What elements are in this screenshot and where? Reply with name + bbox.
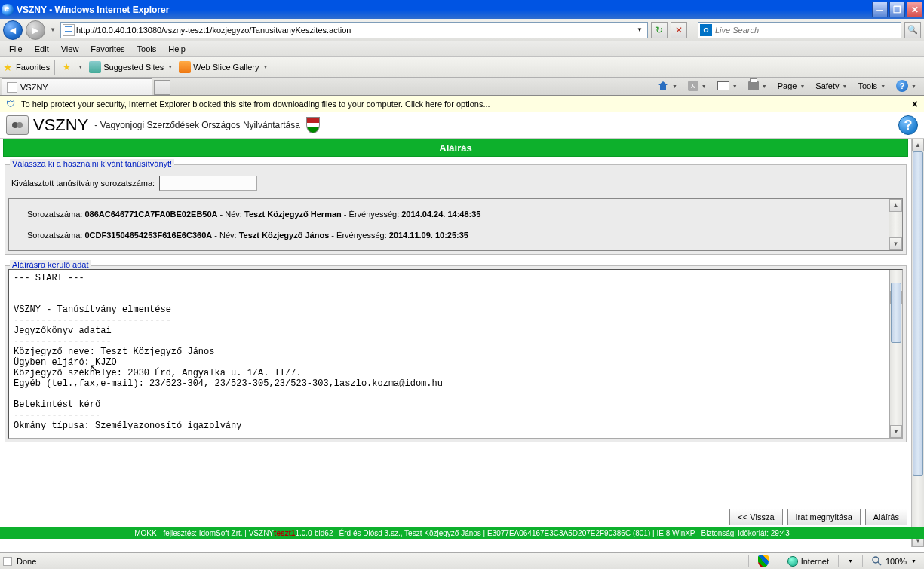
address-bar[interactable]: ▼	[60, 22, 648, 38]
outlook-icon: O	[700, 24, 712, 36]
cert-row-0[interactable]: Sorozatszáma: 086AC646771CA7FA0BE02EB50A…	[15, 203, 896, 225]
suggested-sites[interactable]: Suggested Sites▼	[86, 60, 176, 75]
status-bar: Done Internet ▼ 100% ▼	[0, 552, 924, 569]
minimize-button[interactable]: ─	[872, 2, 888, 17]
svg-line-3	[878, 562, 881, 565]
help-icon: ?	[896, 80, 908, 92]
print-icon	[748, 81, 759, 90]
mail-icon	[717, 81, 729, 90]
svg-point-1	[17, 122, 23, 128]
add-favorite[interactable]: ★▼	[60, 60, 86, 74]
nav-toolbar: ◄ ► ▼ ▼ ↻ ✕ O 🔍	[0, 19, 924, 41]
star-icon: ★	[3, 61, 13, 73]
menu-favorites[interactable]: Favorites	[84, 43, 130, 55]
stop-button[interactable]: ✕	[671, 22, 687, 38]
close-button[interactable]: ✕	[907, 2, 922, 17]
status-zone[interactable]: Internet	[783, 555, 833, 568]
search-button[interactable]: 🔍	[904, 22, 921, 38]
rss-icon: እ	[688, 81, 698, 91]
scroll-thumb[interactable]	[891, 283, 901, 343]
coat-of-arms-icon	[306, 117, 320, 133]
page-menu[interactable]: Page▼	[775, 80, 809, 92]
menu-tools[interactable]: Tools	[131, 43, 163, 55]
app-help-button[interactable]: ?	[898, 115, 918, 135]
status-zoom[interactable]: 100% ▼	[867, 555, 921, 568]
app-subtitle: - Vagyonjogi Szerződések Országos Nyilvá…	[94, 120, 300, 130]
svg-point-2	[873, 557, 879, 563]
rss-button[interactable]: እ▼	[685, 79, 710, 93]
home-button[interactable]: ▼	[654, 78, 680, 93]
menu-file[interactable]: File	[3, 43, 29, 55]
back-button[interactable]: ◄	[3, 20, 23, 40]
url-dropdown[interactable]: ▼	[634, 26, 646, 33]
serial-input[interactable]	[159, 176, 257, 191]
shield-icon: 🛡	[6, 99, 17, 109]
info-bar[interactable]: 🛡 To help protect your security, Interne…	[0, 96, 924, 112]
status-security[interactable]	[754, 555, 773, 568]
menu-help[interactable]: Help	[162, 43, 192, 55]
web-slice-gallery[interactable]: Web Slice Gallery▼	[176, 60, 271, 75]
info-close[interactable]: ×	[912, 98, 918, 110]
signdata-legend: Aláírásra kerülő adat	[10, 260, 91, 269]
favorites-label[interactable]: Favorites	[16, 63, 50, 72]
globe-icon	[787, 556, 798, 567]
page-icon	[63, 24, 75, 36]
serial-label: Kiválasztott tanúsítvány sorozatszáma:	[11, 179, 155, 188]
app-footer: MOKK - fejlesztés: IdomSoft Zrt. | VSZNY…	[0, 527, 924, 539]
help-button[interactable]: ?▼	[893, 78, 919, 93]
safety-menu[interactable]: Safety▼	[812, 80, 850, 92]
signdata-fieldset: Aláírásra kerülő adat --- START --- VSZN…	[5, 265, 907, 442]
tab-title: VSZNY	[20, 83, 48, 92]
new-tab-button[interactable]	[154, 80, 170, 95]
app-header: VSZNY - Vagyonjogi Szerződések Országos …	[0, 112, 924, 139]
security-shield-icon	[758, 555, 769, 567]
refresh-button[interactable]: ↻	[651, 22, 668, 38]
tab-bar: VSZNY ▼ እ▼ ▼ ▼ Page▼ Safety▼ Tools▼ ?▼	[0, 78, 924, 96]
scroll-down-icon[interactable]: ▼	[889, 237, 902, 250]
restore-button[interactable]: ❐	[889, 2, 905, 17]
nav-history-dropdown[interactable]: ▼	[48, 20, 57, 40]
status-protected-mode[interactable]: ▼	[843, 555, 858, 568]
menu-edit[interactable]: Edit	[29, 43, 55, 55]
tab-active[interactable]: VSZNY	[2, 78, 152, 95]
content-scrollbar[interactable]: ▲ ▼	[911, 139, 924, 547]
print-button[interactable]: ▼	[745, 80, 770, 92]
status-icon	[3, 557, 12, 566]
back-button-page[interactable]: << Vissza	[729, 509, 782, 525]
cert-legend: Válassza ki a használni kívánt tanúsítvá…	[10, 159, 174, 168]
mail-button[interactable]: ▼	[714, 80, 741, 92]
signdata-scrollbar[interactable]: ▲ ▼	[889, 270, 902, 438]
webslice-icon	[179, 61, 191, 73]
page-content: VSZNY - Vagyonjogi Szerződések Országos …	[0, 112, 924, 549]
info-text: To help protect your security, Internet …	[21, 99, 490, 109]
scroll-down-icon[interactable]: ▼	[890, 425, 902, 438]
action-buttons: << Vissza Irat megnyitása Aláírás	[729, 509, 907, 525]
app-title: VSZNY	[33, 115, 88, 135]
tools-menu[interactable]: Tools▼	[855, 80, 889, 92]
scroll-up-icon[interactable]: ▲	[889, 199, 902, 212]
app-logo	[6, 115, 29, 135]
ie-icon	[2, 4, 14, 16]
menu-view[interactable]: View	[55, 43, 85, 55]
cert-list: Sorozatszáma: 086AC646771CA7FA0BE02EB50A…	[8, 198, 903, 251]
scroll-thumb[interactable]	[913, 151, 923, 476]
cert-select-fieldset: Válassza ki a használni kívánt tanúsítvá…	[5, 164, 907, 255]
menu-bar: File Edit View Favorites Tools Help	[0, 41, 924, 57]
open-doc-button[interactable]: Irat megnyitása	[787, 509, 861, 525]
signdata-textarea[interactable]: --- START --- VSZNY - Tanúsítvány elment…	[8, 269, 903, 439]
section-title: Aláírás	[3, 139, 908, 157]
forward-button[interactable]: ►	[26, 20, 45, 40]
cert-scrollbar[interactable]: ▲ ▼	[889, 199, 902, 250]
sign-button[interactable]: Aláírás	[865, 509, 907, 525]
search-input[interactable]	[715, 26, 899, 35]
suggested-icon	[89, 61, 101, 73]
tab-favicon	[7, 82, 17, 93]
window-titlebar: VSZNY - Windows Internet Explorer ─ ❐ ✕	[0, 0, 924, 19]
zoom-icon	[872, 556, 883, 567]
scroll-up-icon[interactable]: ▲	[912, 139, 924, 151]
cert-row-1[interactable]: Sorozatszáma: 0CDF31504654253F616E6C360A…	[15, 225, 896, 246]
search-box[interactable]: O	[698, 22, 901, 38]
url-input[interactable]	[76, 23, 634, 37]
window-title: VSZNY - Windows Internet Explorer	[17, 5, 169, 15]
status-text: Done	[17, 557, 36, 566]
